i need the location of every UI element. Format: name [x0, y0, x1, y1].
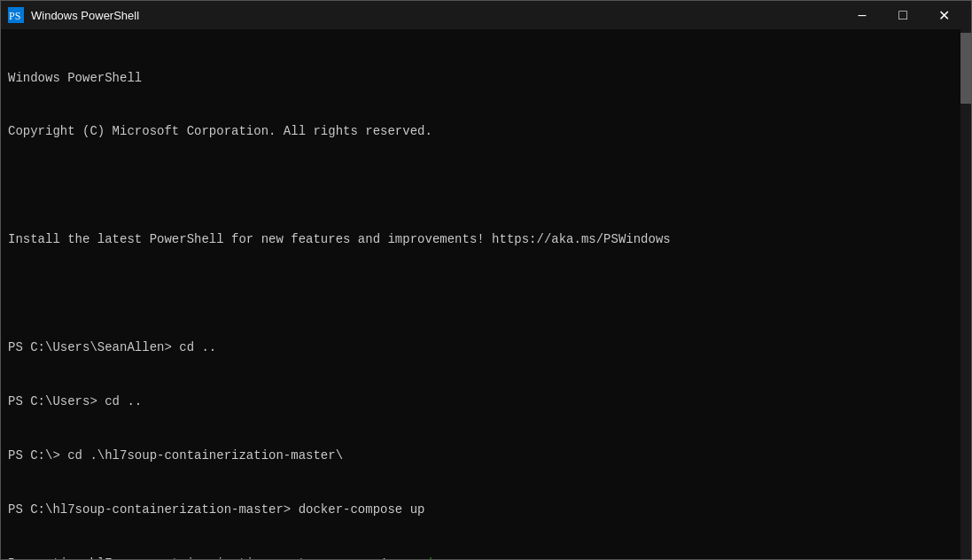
window-controls: – □ ✕ [842, 1, 964, 29]
terminal-line-9: PS C:\hl7soup-containerization-master> d… [8, 501, 953, 518]
powershell-icon: PS [8, 7, 24, 23]
terminal-line-7: PS C:\Users> cd .. [8, 393, 953, 410]
done-text: done [424, 556, 455, 559]
title-bar: PS Windows PowerShell – □ ✕ [1, 1, 971, 29]
terminal-line-4: Install the latest PowerShell for new fe… [8, 230, 953, 248]
scrollbar[interactable] [960, 29, 971, 559]
terminal-line-5 [8, 284, 953, 302]
terminal-line-1: Windows PowerShell [8, 69, 953, 87]
terminal-line-6: PS C:\Users\SeanAllen> cd .. [8, 338, 953, 356]
scrollbar-thumb[interactable] [960, 33, 971, 104]
terminal-line-3 [8, 176, 953, 194]
minimize-button[interactable]: – [842, 1, 883, 29]
terminal-body: Windows PowerShell Copyright (C) Microso… [1, 29, 971, 559]
maximize-button[interactable]: □ [883, 1, 923, 29]
terminal-line-10: Recreating hl7soup-containerization-mast… [8, 555, 953, 559]
terminal-line-2: Copyright (C) Microsoft Corporation. All… [8, 122, 953, 140]
terminal-content[interactable]: Windows PowerShell Copyright (C) Microso… [1, 29, 960, 559]
terminal-line-8: PS C:\> cd .\hl7soup-containerization-ma… [8, 447, 953, 464]
window-title: Windows PowerShell [31, 9, 139, 22]
powershell-window: PS Windows PowerShell – □ ✕ Windows Powe… [0, 0, 972, 560]
close-button[interactable]: ✕ [923, 1, 964, 29]
svg-text:PS: PS [9, 10, 20, 22]
title-bar-left: PS Windows PowerShell [8, 7, 139, 23]
